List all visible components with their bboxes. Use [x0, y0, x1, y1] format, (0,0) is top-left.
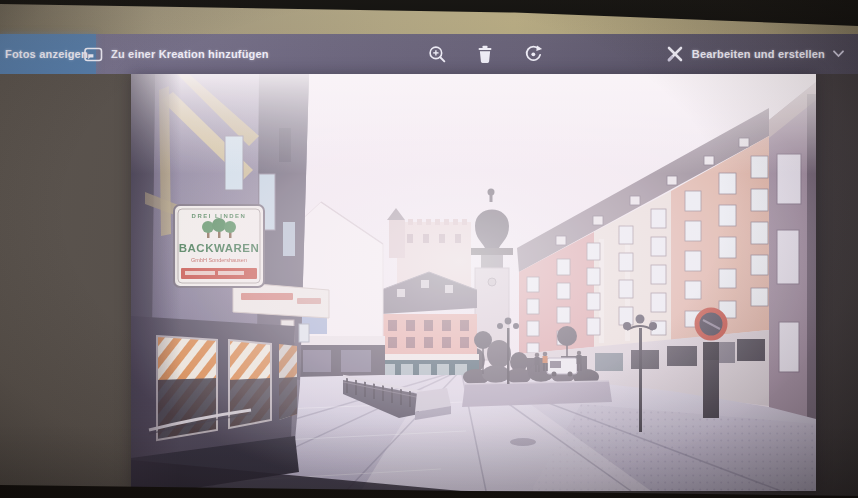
chevron-down-icon [833, 50, 844, 58]
edit-and-create-label: Bearbeiten und erstellen [692, 48, 825, 60]
add-to-creation-button[interactable]: Zu einer Kreation hinzufügen [84, 34, 269, 74]
creation-board-icon [84, 46, 103, 63]
rotate-icon[interactable] [523, 44, 543, 64]
street-photo[interactable]: DREI LINDEN BACKWAREN GmbH Sondershausen [131, 74, 816, 491]
projected-screen-photo: Fotos anzeigen Zu einer Kreation hinzufü… [0, 0, 858, 498]
zoom-in-icon[interactable] [427, 44, 447, 64]
view-photos-button[interactable]: Fotos anzeigen [0, 34, 96, 74]
trash-icon[interactable] [475, 44, 495, 64]
photos-app-toolbar: Fotos anzeigen Zu einer Kreation hinzufü… [0, 34, 858, 74]
toolbar-center-icons [413, 34, 557, 74]
edit-and-create-button[interactable]: Bearbeiten und erstellen [666, 34, 844, 74]
view-photos-label: Fotos anzeigen [5, 48, 88, 60]
photo-canvas-area: DREI LINDEN BACKWAREN GmbH Sondershausen [0, 74, 858, 498]
edit-create-icon [666, 45, 684, 63]
add-to-creation-label: Zu einer Kreation hinzufügen [111, 48, 269, 60]
